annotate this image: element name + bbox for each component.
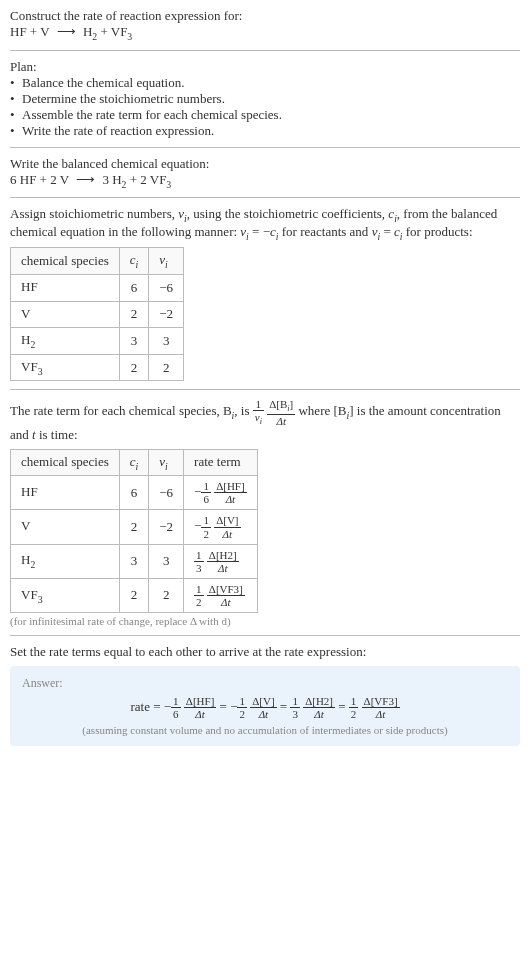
infinitesimal-note: (for infinitesimal rate of change, repla… bbox=[10, 615, 520, 627]
cell-rateterm: 13 Δ[H2]Δt bbox=[184, 544, 258, 578]
t2-coeff: 12 bbox=[237, 695, 247, 720]
arrow-icon: ⟶ bbox=[57, 24, 76, 40]
table-row: V 2 −2 bbox=[11, 301, 184, 328]
dn: Δ[V] bbox=[214, 514, 240, 527]
cell-rateterm: −16 Δ[HF]Δt bbox=[184, 476, 258, 510]
plan-bullet-2: •Determine the stoichiometric numbers. bbox=[10, 91, 520, 107]
balanced-rhs-a: 3 H bbox=[102, 172, 121, 187]
plan-bullet-3: •Assemble the rate term for each chemica… bbox=[10, 107, 520, 123]
cell-species: H2 bbox=[11, 328, 120, 355]
assign-eq2-m: = bbox=[380, 224, 394, 239]
divider bbox=[10, 197, 520, 198]
table-row: H2 3 3 bbox=[11, 328, 184, 355]
cell-species: H2 bbox=[11, 544, 120, 578]
assign-block: Assign stoichiometric numbers, νi, using… bbox=[10, 206, 520, 381]
rt-text3: where [B bbox=[298, 404, 346, 419]
cell-c: 2 bbox=[119, 354, 149, 381]
answer-box: Answer: rate = −16 Δ[HF]Δt = −12 Δ[V]Δt … bbox=[10, 666, 520, 746]
sp: H bbox=[21, 332, 30, 347]
cell-nu: −2 bbox=[149, 301, 184, 328]
plan-block: Plan: •Balance the chemical equation. •D… bbox=[10, 59, 520, 139]
fd: 2 bbox=[201, 528, 211, 540]
cell-rateterm: 12 Δ[VF3]Δt bbox=[184, 578, 258, 612]
sp-sub: 2 bbox=[30, 339, 35, 350]
rt-frac2: Δ[Bi] Δt bbox=[267, 398, 295, 426]
fd: 6 bbox=[201, 493, 211, 505]
rt-text5: is time: bbox=[36, 427, 78, 442]
t1-delta: Δ[HF]Δt bbox=[184, 695, 216, 720]
d: 6 bbox=[171, 708, 181, 720]
cell-c: 2 bbox=[119, 578, 149, 612]
bullet-icon: • bbox=[10, 91, 22, 107]
dd: Δt bbox=[214, 493, 246, 505]
rt-frac2-num-a: Δ[B bbox=[269, 398, 287, 410]
rate-word: rate = bbox=[130, 699, 163, 714]
n: Δ[VF3] bbox=[362, 695, 400, 708]
fn: 1 bbox=[201, 514, 211, 527]
arrow-icon: ⟶ bbox=[76, 172, 95, 188]
divider bbox=[10, 389, 520, 390]
th-rateterm: rate term bbox=[184, 449, 258, 476]
cell-nu: −2 bbox=[149, 510, 184, 544]
th-nui-sub: i bbox=[165, 460, 168, 471]
table-row: V 2 −2 −12 Δ[V]Δt bbox=[11, 510, 258, 544]
d: Δt bbox=[184, 708, 216, 720]
d: Δt bbox=[250, 708, 276, 720]
delta-frac: Δ[VF3]Δt bbox=[207, 583, 245, 608]
assign-text2: , using the stoichiometric coefficients, bbox=[187, 206, 389, 221]
intro-eq-lhs: HF + V bbox=[10, 24, 49, 39]
rateterm-block: The rate term for each chemical species,… bbox=[10, 398, 520, 627]
th-nui: νi bbox=[149, 248, 184, 275]
rate-table: chemical species ci νi rate term HF 6 −6… bbox=[10, 449, 258, 613]
intro-line1: Construct the rate of reaction expressio… bbox=[10, 8, 520, 24]
eq: = bbox=[338, 699, 349, 714]
cell-nu: 2 bbox=[149, 354, 184, 381]
t1-sign: − bbox=[164, 699, 171, 714]
cell-c: 6 bbox=[119, 274, 149, 301]
rate-expression: rate = −16 Δ[HF]Δt = −12 Δ[V]Δt = 13 Δ[H… bbox=[22, 695, 508, 720]
sp: VF bbox=[21, 587, 38, 602]
th-nui: νi bbox=[149, 449, 184, 476]
fd: 2 bbox=[194, 596, 204, 608]
th-ci-sub: i bbox=[136, 259, 139, 270]
plan-bullet-4: •Write the rate of reaction expression. bbox=[10, 123, 520, 139]
dn: Δ[HF] bbox=[214, 480, 246, 493]
cell-nu: 2 bbox=[149, 578, 184, 612]
table-row: H2 3 3 13 Δ[H2]Δt bbox=[11, 544, 258, 578]
dn: Δ[VF3] bbox=[207, 583, 245, 596]
cell-species: VF3 bbox=[11, 578, 120, 612]
fn: 1 bbox=[194, 549, 204, 562]
th-ci-sub: i bbox=[136, 460, 139, 471]
stoich-table: chemical species ci νi HF 6 −6 V 2 −2 H2… bbox=[10, 247, 184, 381]
t3-coeff: 13 bbox=[290, 695, 300, 720]
eq: = bbox=[280, 699, 291, 714]
table-row: VF3 2 2 bbox=[11, 354, 184, 381]
sign: − bbox=[194, 484, 201, 499]
plan-bullet-1: •Balance the chemical equation. bbox=[10, 75, 520, 91]
assign-text1: Assign stoichiometric numbers, bbox=[10, 206, 178, 221]
sp: HF bbox=[21, 279, 38, 294]
t1-coeff: 16 bbox=[171, 695, 181, 720]
n: 1 bbox=[237, 695, 247, 708]
plan-heading: Plan: bbox=[10, 59, 520, 75]
divider bbox=[10, 147, 520, 148]
n: Δ[H2] bbox=[303, 695, 335, 708]
assumption-note: (assuming constant volume and no accumul… bbox=[22, 724, 508, 736]
cell-nu: −6 bbox=[149, 274, 184, 301]
dd: Δt bbox=[214, 528, 240, 540]
coeff-frac: 16 bbox=[201, 480, 211, 505]
intro-eq-rhs-b-sub: 3 bbox=[127, 31, 132, 42]
sp: VF bbox=[21, 359, 38, 374]
bullet-icon: • bbox=[10, 75, 22, 91]
assign-eq1-m: = − bbox=[249, 224, 270, 239]
eq: = bbox=[220, 699, 231, 714]
t4-delta: Δ[VF3]Δt bbox=[362, 695, 400, 720]
balanced-rhs-b: + 2 VF bbox=[126, 172, 166, 187]
balanced-lhs: 6 HF + 2 V bbox=[10, 172, 69, 187]
dd: Δt bbox=[207, 596, 245, 608]
plan-b3-text: Assemble the rate term for each chemical… bbox=[22, 107, 282, 123]
th-nui-sub: i bbox=[165, 259, 168, 270]
table-row: HF 6 −6 −16 Δ[HF]Δt bbox=[11, 476, 258, 510]
cell-nu: 3 bbox=[149, 544, 184, 578]
sign: − bbox=[194, 518, 201, 533]
